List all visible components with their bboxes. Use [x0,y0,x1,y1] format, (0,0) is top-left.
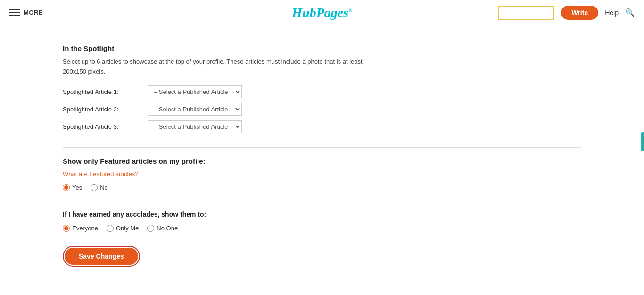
featured-link[interactable]: What are Featured articles? [63,170,138,177]
featured-no-text: No [100,184,108,191]
article-select-3[interactable]: – Select a Published Article – [148,120,242,133]
save-changes-button[interactable]: Save Changes [65,248,138,265]
featured-yes-text: Yes [72,184,82,191]
main-content: In the Spotlight Select up to 6 articles… [49,25,595,295]
accolades-noone-label[interactable]: No One [147,225,178,232]
featured-title: Show only Featured articles on my profil… [63,157,581,165]
hamburger-icon [9,9,20,16]
accolades-everyone-radio[interactable] [63,225,70,232]
featured-yes-radio[interactable] [63,184,70,191]
accolades-radio-group: Everyone Only Me No One [63,225,581,232]
featured-no-radio[interactable] [91,184,98,191]
featured-no-label[interactable]: No [91,184,108,191]
accolades-onlyme-radio[interactable] [107,225,114,232]
featured-radio-group: Yes No [63,184,581,191]
spotlight-section: In the Spotlight Select up to 6 articles… [63,35,581,148]
article-select-2[interactable]: – Select a Published Article – [148,103,242,116]
article-label-2: Spotlighted Article 2: [63,106,148,113]
article-label-3: Spotlighted Article 3: [63,123,148,130]
accolades-title: If I have earned any accolades, show the… [63,211,581,218]
accolades-everyone-text: Everyone [72,225,98,232]
site-logo: HubPages® [292,5,352,20]
search-icon[interactable]: 🔍 [625,8,635,17]
scroll-indicator [641,132,644,151]
article-label-1: Spotlighted Article 1: [63,88,148,95]
featured-yes-label[interactable]: Yes [63,184,82,191]
more-label: MORE [24,9,43,16]
site-header: MORE HubPages® Write Help 🔍 [0,0,644,25]
article-select-1[interactable]: – Select a Published Article – [148,85,242,98]
spotlight-description: Select up to 6 articles to showcase at t… [63,57,383,77]
help-link[interactable]: Help [605,9,619,17]
header-right: Write Help 🔍 [498,6,635,20]
menu-button[interactable]: MORE [9,9,43,16]
article-row-2: Spotlighted Article 2: – Select a Publis… [63,103,581,116]
article-row-1: Spotlighted Article 1: – Select a Publis… [63,85,581,98]
save-button-wrapper: Save Changes [63,246,140,267]
write-button[interactable]: Write [561,6,598,20]
featured-section: Show only Featured articles on my profil… [63,148,581,201]
spotlight-title: In the Spotlight [63,44,581,52]
accolades-noone-radio[interactable] [147,225,154,232]
article-row-3: Spotlighted Article 3: – Select a Publis… [63,120,581,133]
search-input[interactable] [498,6,554,20]
accolades-everyone-label[interactable]: Everyone [63,225,98,232]
accolades-onlyme-text: Only Me [116,225,139,232]
accolades-section: If I have earned any accolades, show the… [63,201,581,276]
accolades-noone-text: No One [157,225,178,232]
accolades-onlyme-label[interactable]: Only Me [107,225,139,232]
